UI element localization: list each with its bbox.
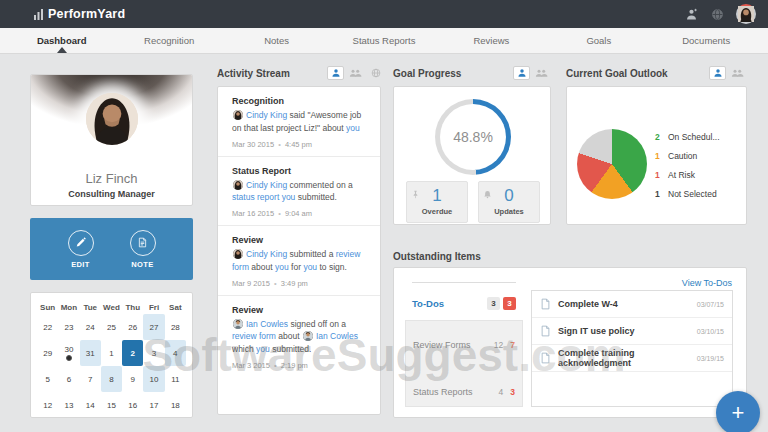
activity-stream-title: Activity Stream <box>217 68 290 79</box>
calendar-day[interactable]: 30 <box>58 340 79 366</box>
calendar-day[interactable]: 3 <box>143 340 164 366</box>
nav-item-goals[interactable]: Goals <box>545 28 652 53</box>
calendar-day[interactable]: 4 <box>165 340 186 366</box>
activity-link[interactable]: status report <box>232 192 279 202</box>
person-filter-icon[interactable] <box>513 66 530 80</box>
top-bar: PerformYard <box>0 0 768 28</box>
activity-item-text: Ian Cowles signed off on a review form a… <box>232 318 370 356</box>
goal-outlook-title: Current Goal Outlook <box>566 68 668 79</box>
activity-link[interactable]: Cindy King <box>246 110 287 120</box>
activity-link[interactable]: you <box>303 262 317 272</box>
calendar-day[interactable]: 26 <box>122 314 143 340</box>
document-icon <box>540 352 551 364</box>
activity-item-type: Review <box>232 305 370 315</box>
activity-link[interactable]: you <box>282 192 296 202</box>
calendar-day[interactable]: 7 <box>80 366 101 392</box>
activity-link[interactable]: review form <box>232 331 276 341</box>
calendar-day[interactable]: 27 <box>143 314 164 340</box>
main-nav: DashboardRecognitionNotesStatus ReportsR… <box>0 28 768 54</box>
calendar-day[interactable]: 22 <box>37 314 58 340</box>
globe-icon[interactable] <box>710 7 724 21</box>
todo-item[interactable]: Sign IT use policy 03/10/15 <box>532 318 732 345</box>
activity-item-text: Cindy King commented on a status report … <box>232 179 370 205</box>
app-logo[interactable]: PerformYard <box>34 7 125 21</box>
todo-item[interactable]: Complete W-4 03/07/15 <box>532 291 732 318</box>
activity-link[interactable]: you <box>256 344 270 354</box>
todo-label: Sign IT use policy <box>558 326 635 336</box>
activity-item: Recognition Cindy King said "Awesome job… <box>218 87 380 156</box>
calendar-day[interactable]: 23 <box>58 314 79 340</box>
calendar-day[interactable]: 13 <box>58 392 79 418</box>
calendar-day[interactable]: 17 <box>143 392 164 418</box>
activity-link[interactable]: you <box>275 262 289 272</box>
calendar-day[interactable]: 8 <box>101 366 122 392</box>
calendar-day[interactable]: 11 <box>165 366 186 392</box>
calendar-day[interactable]: 25 <box>101 314 122 340</box>
nav-item-reviews[interactable]: Reviews <box>438 28 545 53</box>
activity-item-date: Mar 30 2015 • 4:45 pm <box>232 140 370 149</box>
globe-filter-icon[interactable] <box>367 66 384 80</box>
calendar-day[interactable]: 16 <box>122 392 143 418</box>
edit-button[interactable]: EDIT <box>68 230 94 269</box>
profile-actions-panel: EDIT NOTE <box>30 218 193 280</box>
nav-item-documents[interactable]: Documents <box>653 28 760 53</box>
calendar-day[interactable]: 24 <box>80 314 101 340</box>
calendar-day[interactable]: 10 <box>143 366 164 392</box>
stat-updates[interactable]: 0 Updates <box>478 181 540 223</box>
goal-progress-title: Goal Progress <box>393 68 461 79</box>
activity-item-date: Mar 9 2015 • 3:49 pm <box>232 279 370 288</box>
calendar-day[interactable]: 28 <box>165 314 186 340</box>
calendar-day[interactable]: 31 <box>80 340 101 366</box>
goal-outlook-pie-chart <box>577 129 647 199</box>
legend-count: 1 <box>655 189 668 199</box>
pin-icon <box>411 185 420 203</box>
legend-count: 1 <box>655 151 668 161</box>
todo-due-date: 03/19/15 <box>697 355 724 362</box>
calendar-day[interactable]: 6 <box>58 366 79 392</box>
activity-link[interactable]: Ian Cowles <box>316 331 358 341</box>
activity-link[interactable]: Cindy King <box>246 180 287 190</box>
activity-link[interactable]: Ian Cowles <box>246 319 288 329</box>
group-filter-icon[interactable] <box>729 66 746 80</box>
person-filter-icon[interactable] <box>709 66 726 80</box>
user-icon[interactable] <box>684 7 698 21</box>
nav-item-recognition[interactable]: Recognition <box>115 28 222 53</box>
activity-link[interactable]: you <box>346 123 360 133</box>
activity-link[interactable]: Cindy King <box>246 249 287 259</box>
tab-label: Status Reports <box>413 387 473 397</box>
stat-overdue[interactable]: 1 Overdue <box>406 181 468 223</box>
group-filter-icon[interactable] <box>347 66 364 80</box>
nav-item-dashboard[interactable]: Dashboard <box>8 28 115 53</box>
stat-label: Updates <box>479 207 539 216</box>
todo-due-date: 03/10/15 <box>697 328 724 335</box>
bar-chart-icon <box>34 9 44 20</box>
calendar-day-header: Wed <box>101 301 122 314</box>
goal-outlook-legend: 2 On Schedul... 1 Caution 1 At Risk 1 No… <box>655 127 720 203</box>
profile-avatar[interactable] <box>736 4 756 24</box>
legend-label: Not Selected <box>668 189 717 199</box>
calendar-day[interactable]: 1 <box>101 340 122 366</box>
person-filter-icon[interactable] <box>327 66 344 80</box>
nav-item-notes[interactable]: Notes <box>223 28 330 53</box>
calendar-day[interactable]: 15 <box>101 392 122 418</box>
tab-review-forms[interactable]: Review Forms 12 7 <box>413 335 515 355</box>
note-button[interactable]: NOTE <box>130 230 156 269</box>
nav-item-status-reports[interactable]: Status Reports <box>330 28 437 53</box>
activity-item-text: Cindy King said "Awesome job on that las… <box>232 109 370 135</box>
calendar-day[interactable]: 12 <box>37 392 58 418</box>
calendar-day[interactable]: 18 <box>165 392 186 418</box>
todo-item[interactable]: Complete training acknowledgment 03/19/1… <box>532 345 732 372</box>
document-icon <box>540 325 551 337</box>
profile-name: Liz Finch <box>31 171 192 186</box>
tab-status-reports[interactable]: Status Reports 4 3 <box>413 382 515 402</box>
calendar-day[interactable]: 14 <box>80 392 101 418</box>
calendar-day[interactable]: 5 <box>37 366 58 392</box>
view-todos-link[interactable]: View To-Dos <box>682 278 732 288</box>
calendar-day[interactable]: 9 <box>122 366 143 392</box>
add-button[interactable]: + <box>716 391 760 432</box>
calendar-day-selected[interactable]: 2 <box>122 340 143 366</box>
group-filter-icon[interactable] <box>533 66 550 80</box>
legend-count: 1 <box>655 170 668 180</box>
tab-todos[interactable]: To-Dos 3 3 <box>412 292 516 314</box>
calendar-day[interactable]: 29 <box>37 340 58 366</box>
